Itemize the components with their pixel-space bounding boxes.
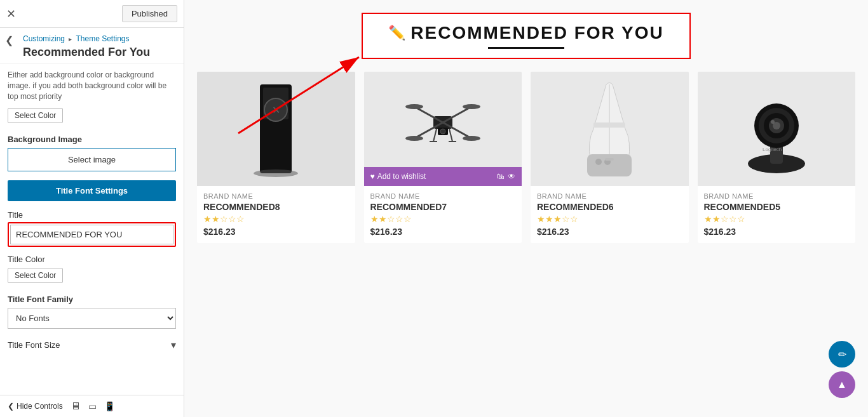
svg-line-9 [443, 107, 471, 122]
wishlist-actions: 🛍 👁 [496, 172, 515, 181]
heading-edit-icon: ✏️ [388, 25, 405, 41]
title-font-settings-button[interactable]: Title Font Settings [8, 180, 176, 201]
product-card: ♥ Add to wishlist 🛍 👁 BRAND NAME RECOMME… [364, 72, 522, 243]
product-card: Logitech BRAND NAME RECOMMENDED5 ★★☆☆☆ $… [698, 72, 856, 243]
background-image-label: Background Image [8, 135, 176, 144]
product-name: RECOMMENDED7 [370, 202, 516, 212]
svg-point-13 [463, 104, 480, 109]
brand-name: BRAND NAME [370, 192, 516, 200]
hint-text: Either add background color or backgroun… [8, 70, 176, 102]
product-image-area [531, 72, 689, 186]
product-image-xbox: ✕ [244, 78, 308, 180]
product-image-area: ✕ [197, 72, 355, 186]
svg-text:Logitech: Logitech [763, 147, 782, 152]
title-input[interactable] [10, 225, 173, 244]
products-grid: ✕ BRAND NAME RECOMMENDED8 ★★☆☆☆ $216.23 [197, 72, 855, 243]
font-family-label: Title Font Family [8, 295, 176, 304]
panel-scroll: Either add background color or backgroun… [0, 63, 184, 395]
breadcrumb-customizing[interactable]: Customizing [23, 34, 65, 43]
heading-underline [488, 47, 564, 49]
wishlist-label: Add to wishlist [377, 172, 426, 181]
section-heading-text: RECOMMENDED FOR YOU [410, 23, 663, 43]
product-info: BRAND NAME RECOMMENDED5 ★★☆☆☆ $216.23 [698, 186, 856, 243]
eye-icon[interactable]: 👁 [508, 172, 515, 181]
svg-point-12 [405, 104, 423, 109]
product-image-area: Logitech [698, 72, 856, 186]
select-image-button[interactable]: Select image [8, 148, 176, 171]
svg-rect-27 [605, 158, 614, 161]
product-price: $216.23 [370, 227, 516, 237]
product-stars: ★★★☆☆ [537, 214, 682, 224]
chevron-down-icon: ▾ [171, 339, 176, 351]
svg-point-15 [463, 136, 480, 141]
main-content: ✏️ RECOMMENDED FOR YOU ✕ [184, 0, 868, 417]
hide-controls-label: Hide Controls [17, 402, 63, 411]
bottom-bar: ❮ Hide Controls 🖥 ▭ 📱 [0, 395, 184, 417]
font-size-label: Title Font Size [8, 340, 60, 350]
fab-container: ✏ ▲ [829, 341, 855, 398]
bag-icon[interactable]: 🛍 [496, 172, 504, 181]
title-input-wrapper [8, 222, 176, 247]
product-name: RECOMMENDED8 [203, 202, 349, 212]
breadcrumb-separator: ▸ [69, 36, 72, 43]
product-info: BRAND NAME RECOMMENDED8 ★★☆☆☆ $216.23 [197, 186, 355, 243]
title-color-label: Title Color [8, 255, 176, 264]
select-color-button-2[interactable]: Select Color [8, 268, 63, 283]
title-field-label: Title [8, 210, 176, 220]
product-image-drone [402, 91, 484, 167]
left-panel: ✕ Published ❮ Customizing ▸ Theme Settin… [0, 0, 184, 417]
product-stars: ★★☆☆☆ [704, 214, 850, 224]
breadcrumb-theme-settings[interactable]: Theme Settings [76, 34, 130, 43]
published-button[interactable]: Published [122, 5, 177, 22]
svg-point-35 [771, 120, 775, 124]
brand-name: BRAND NAME [704, 192, 850, 200]
section-heading-box: ✏️ RECOMMENDED FOR YOU [362, 13, 690, 59]
hide-controls-button[interactable]: ❮ Hide Controls [8, 402, 63, 411]
breadcrumb: Customizing ▸ Theme Settings [23, 34, 176, 43]
svg-line-8 [414, 107, 443, 122]
product-price: $216.23 [537, 227, 682, 237]
section-heading-container: ✏️ RECOMMENDED FOR YOU [197, 13, 855, 59]
wishlist-overlay: ♥ Add to wishlist 🛍 👁 [364, 167, 522, 186]
fab-up-button[interactable]: ▲ [829, 371, 855, 398]
svg-point-17 [440, 129, 445, 134]
fab-edit-button[interactable]: ✏ [829, 341, 855, 367]
product-name: RECOMMENDED5 [704, 202, 850, 212]
font-size-row: Title Font Size ▾ [8, 339, 176, 351]
wishlist-text: ♥ Add to wishlist [370, 172, 426, 181]
svg-text:✕: ✕ [272, 105, 280, 116]
product-image-ps5 [574, 78, 644, 180]
back-button[interactable]: ❮ [5, 34, 13, 46]
mobile-device-button[interactable]: 📱 [104, 401, 115, 411]
select-color-button-1[interactable]: Select Color [8, 108, 63, 123]
font-family-select[interactable]: No Fonts [8, 308, 176, 329]
svg-line-18 [433, 129, 437, 142]
top-bar: ✕ Published [0, 0, 184, 28]
tablet-device-button[interactable]: ▭ [88, 401, 97, 411]
svg-point-6 [254, 169, 298, 177]
svg-point-25 [595, 159, 602, 165]
product-info: BRAND NAME RECOMMENDED6 ★★★☆☆ $216.23 [531, 186, 689, 243]
product-stars: ★★☆☆☆ [370, 214, 516, 224]
desktop-device-button[interactable]: 🖥 [71, 400, 81, 412]
svg-line-19 [449, 129, 452, 142]
product-price: $216.23 [704, 227, 850, 237]
svg-rect-24 [587, 154, 632, 176]
svg-point-14 [405, 136, 423, 141]
product-name: RECOMMENDED6 [537, 202, 682, 212]
brand-name: BRAND NAME [537, 192, 682, 200]
product-price: $216.23 [203, 227, 349, 237]
product-stars: ★★☆☆☆ [203, 214, 349, 224]
product-card: BRAND NAME RECOMMENDED6 ★★★☆☆ $216.23 [531, 72, 689, 243]
product-image-camera: Logitech [738, 81, 815, 176]
product-info: BRAND NAME RECOMMENDED7 ★★☆☆☆ $216.23 [364, 186, 522, 243]
product-card: ✕ BRAND NAME RECOMMENDED8 ★★☆☆☆ $216.23 [197, 72, 355, 243]
brand-name: BRAND NAME [203, 192, 349, 200]
heart-icon: ♥ [370, 172, 375, 181]
product-image-area: ♥ Add to wishlist 🛍 👁 [364, 72, 522, 186]
panel-title: Recommended For You [23, 46, 176, 59]
chevron-left-icon: ❮ [8, 402, 14, 411]
close-button[interactable]: ✕ [6, 7, 16, 21]
breadcrumb-area: ❮ Customizing ▸ Theme Settings Recommend… [0, 28, 184, 63]
